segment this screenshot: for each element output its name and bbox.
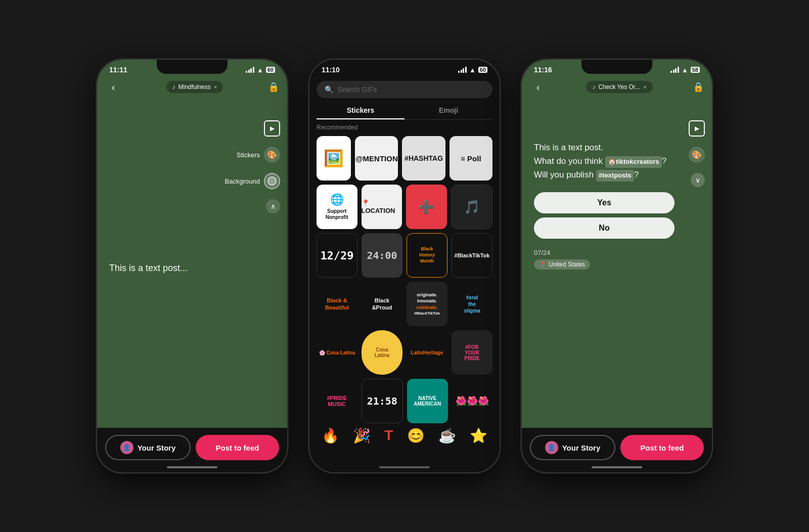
endthestigma-sticker[interactable]: #endthestigma — [452, 282, 492, 326]
cosa-latina-1-sticker[interactable]: 🌸 Cosa Latina — [317, 330, 357, 375]
stickers-tool[interactable]: Stickers 🎨 — [237, 147, 280, 163]
add-photo-sticker[interactable]: 🖼️ — [317, 136, 351, 181]
stickers-label: Stickers — [237, 151, 260, 159]
time2158-sticker[interactable]: 21:58 — [362, 379, 403, 423]
chevron-up-button[interactable]: ∧ — [266, 199, 280, 213]
sticker-icon-3: 🎨 — [689, 147, 705, 163]
sticker-tabs: Stickers Emoji — [317, 102, 492, 120]
close-icon-3[interactable]: × — [643, 84, 646, 90]
confetti-emoji[interactable]: 🎉 — [353, 427, 371, 444]
star-emoji[interactable]: ⭐ — [470, 427, 487, 444]
post-meta: 07/24 📍 United States — [534, 249, 675, 270]
music-tag[interactable]: ♪ Mindfulness × — [166, 81, 223, 93]
side-tools-3: ▶ 🎨 ∨ — [689, 120, 705, 187]
sticker-row-6: #PRIDEMUSIC 21:58 NATIVEAMERICAN 🌺🌺🌺 — [317, 379, 492, 423]
battery-badge-3: 58 — [691, 67, 700, 73]
post-content: This is a text post... — [109, 263, 188, 274]
phone1-header: ‹ ♪ Mindfulness × 🔒 — [97, 77, 287, 99]
background-icon — [264, 173, 280, 189]
location-badge: 📍 United States — [534, 259, 590, 270]
originate-sticker[interactable]: originate. innovate. celebrate. #BlackTi… — [407, 282, 447, 326]
wifi-icon-2: ▲ — [469, 66, 476, 74]
time-sticker[interactable]: 24:00 — [362, 233, 402, 278]
gif-search[interactable]: 🔍 Search GIFs — [317, 81, 492, 98]
fire-emoji[interactable]: 🔥 — [322, 427, 339, 444]
status-icons-2: ▲ 60 — [458, 66, 487, 74]
back-button-3[interactable]: ‹ — [530, 79, 546, 95]
native-american-sticker[interactable]: NATIVEAMERICAN — [407, 379, 448, 423]
background-label: Background — [225, 178, 260, 185]
support-nonprofit-sticker[interactable]: 🌐 SupportNonprofit — [317, 185, 357, 229]
music-note-icon-3: ♪ — [592, 83, 595, 91]
lock-button-3[interactable]: 🔒 — [693, 81, 704, 93]
poll-sticker[interactable]: ≡ Poll — [450, 136, 492, 181]
chevron-down-button[interactable]: ∨ — [691, 173, 705, 187]
post-line-2: What do you think 🏠tiktokcreators? — [534, 156, 666, 166]
recommended-label: Recommended — [317, 124, 492, 131]
video-tool-3[interactable]: ▶ — [689, 120, 705, 137]
coffee-emoji[interactable]: ☕ — [438, 427, 456, 444]
hashtag-sticker[interactable]: #HASHTAG — [402, 136, 445, 181]
battery-badge-2: 60 — [478, 67, 487, 73]
close-icon[interactable]: × — [214, 84, 217, 90]
search-placeholder: Search GIFs — [337, 85, 377, 94]
poll-yes-option[interactable]: Yes — [534, 192, 675, 213]
post-text: This is a text post... — [109, 263, 188, 274]
sticker-row-3: 12/29 24:00 BlackHistoryMonth #BlackTikT… — [317, 233, 492, 278]
home-indicator-2 — [379, 466, 430, 468]
post-date: 07/24 — [534, 249, 675, 256]
status-time-3: 11:16 — [534, 66, 552, 74]
music-note-icon: ♪ — [172, 83, 175, 91]
sticker-grid: 🖼️ @MENTION #HASHTAG ≡ Poll 🌐 — [309, 136, 500, 460]
status-bar-2: 11:10 ▲ 60 — [309, 60, 500, 77]
phone-1: 11:11 ▲ 60 ‹ ♪ — [96, 59, 288, 473]
blacktiktok-sticker[interactable]: #BlackTikTok — [452, 233, 492, 278]
status-time-2: 11:10 — [322, 66, 340, 74]
sticker-tool-3[interactable]: 🎨 — [689, 147, 705, 163]
black-beautiful-sticker[interactable]: Black &Beautiful — [317, 282, 357, 326]
hashtag-badge-1[interactable]: 🏠tiktokcreators — [605, 156, 662, 168]
your-story-button-1[interactable]: 👤 Your Story — [105, 435, 191, 460]
lock-button[interactable]: 🔒 — [268, 81, 279, 93]
status-bar-1: 11:11 ▲ 60 — [97, 60, 287, 77]
latin-heritage-sticker[interactable]: LatinHeritage — [407, 330, 447, 375]
for-your-pride-sticker[interactable]: #FORYOURPRIDE — [452, 330, 492, 375]
tab-emoji[interactable]: Emoji — [404, 102, 492, 119]
sticker-row-2: 🌐 SupportNonprofit 📍 LOCATION ➕ 🎵 — [317, 185, 492, 229]
search-icon: 🔍 — [325, 85, 333, 94]
emoji-row: 🔥 🎉 T 😊 ☕ ⭐ — [317, 427, 492, 444]
side-tools: ▶ Stickers 🎨 Background ∧ — [225, 120, 280, 213]
signal-bars — [246, 67, 254, 73]
hashtag-badge-2[interactable]: #textposts — [596, 170, 634, 182]
date-sticker[interactable]: 12/29 — [317, 233, 357, 278]
status-icons-1: ▲ 60 — [246, 66, 275, 74]
music-sticker[interactable]: 🎵 — [451, 185, 493, 229]
your-story-button-3[interactable]: 👤 Your Story — [530, 435, 615, 460]
t-emoji[interactable]: T — [384, 427, 393, 444]
video-tool[interactable]: ▶ — [264, 120, 280, 137]
pride-music-sticker[interactable]: #PRIDEMUSIC — [317, 379, 357, 423]
location-sticker[interactable]: 📍 LOCATION — [362, 185, 402, 229]
back-button[interactable]: ‹ — [105, 79, 121, 95]
sticker-row-1: 🖼️ @MENTION #HASHTAG ≡ Poll — [317, 136, 492, 181]
status-time-1: 11:11 — [109, 66, 127, 74]
poll-no-option[interactable]: No — [534, 217, 675, 239]
music-tag-3[interactable]: ♪ Check Yes Or... × — [586, 81, 652, 93]
smile-emoji[interactable]: 😊 — [407, 427, 425, 444]
avatar-1: 👤 — [120, 441, 133, 454]
cosa-latina-2-sticker[interactable]: CosaLatina — [362, 330, 402, 375]
signal-bars-3 — [670, 67, 679, 73]
home-indicator-1 — [167, 466, 217, 468]
tab-stickers[interactable]: Stickers — [317, 102, 404, 119]
bottom-bar-1: 👤 Your Story Post to feed — [97, 428, 287, 472]
bhm-sticker[interactable]: BlackHistoryMonth — [407, 233, 447, 278]
post-to-feed-button-3[interactable]: Post to feed — [620, 435, 704, 460]
black-proud-sticker[interactable]: Black&Proud — [362, 282, 402, 326]
post-to-feed-button-1[interactable]: Post to feed — [196, 435, 279, 460]
avatar-3: 👤 — [545, 441, 558, 454]
background-tool[interactable]: Background — [225, 173, 280, 189]
wifi-icon: ▲ — [257, 66, 263, 74]
pattern-sticker[interactable]: 🌺🌺🌺 — [452, 379, 493, 423]
mention-sticker[interactable]: @MENTION — [355, 136, 398, 181]
medical-sticker[interactable]: ➕ — [406, 185, 447, 229]
